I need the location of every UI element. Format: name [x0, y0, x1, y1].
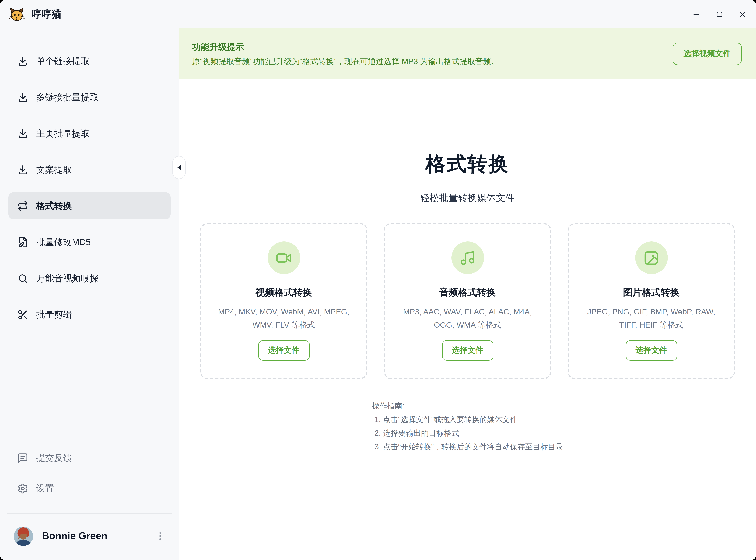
chevron-left-icon [177, 165, 181, 170]
sidebar-item-label: 单个链接提取 [36, 55, 90, 67]
banner-body: 原“视频提取音频”功能已升级为“格式转换”，现在可通过选择 MP3 为输出格式提… [192, 57, 499, 66]
sidebar-item-copy-extract[interactable]: 文案提取 [8, 156, 171, 183]
video-icon [267, 241, 300, 274]
converter-cards: 视频格式转换 MP4, MKV, MOV, WebM, AVI, MPEG, W… [179, 223, 756, 379]
user-profile[interactable]: Bonnie Green [7, 519, 172, 553]
image-convert-card: 图片格式转换 JPEG, PNG, GIF, BMP, WebP, RAW, T… [568, 223, 735, 379]
sidebar-item-label: 多链接批量提取 [36, 91, 99, 103]
card-desc: JPEG, PNG, GIF, BMP, WebP, RAW, TIFF, HE… [579, 305, 724, 331]
banner-title: 功能升级提示 [192, 41, 499, 53]
card-title: 图片格式转换 [569, 286, 734, 299]
sidebar-item-feedback[interactable]: 提交反馈 [8, 444, 171, 472]
sidebar-item-batch-modify-md5[interactable]: 批量修改MD5 [8, 228, 171, 256]
sidebar-divider [7, 514, 172, 514]
user-name: Bonnie Green [42, 530, 107, 542]
card-desc: MP3, AAC, WAV, FLAC, ALAC, M4A, OGG, WMA… [395, 305, 540, 331]
guide-step: 3. 点击“开始转换”，转换后的文件将自动保存至目标目录 [372, 440, 563, 454]
image-icon [635, 241, 668, 274]
close-icon[interactable] [735, 7, 750, 21]
file-pen-icon [17, 237, 28, 247]
page-title: 格式转换 [179, 151, 756, 177]
sidebar-item-label: 主页批量提取 [36, 127, 90, 139]
sidebar-nav: 单个链接提取 多链接批量提取 主页批量提取 [0, 47, 179, 337]
operation-guide: 操作指南: 1. 点击“选择文件”或拖入要转换的媒体文件 2. 选择要输出的目标… [372, 399, 563, 454]
download-icon [17, 164, 28, 175]
sidebar-item-batch-clip[interactable]: 批量剪辑 [8, 301, 171, 328]
title-bar: 哼哼猫 [0, 0, 756, 28]
avatar [14, 526, 33, 546]
card-title: 视频格式转换 [201, 286, 366, 299]
sidebar-item-label: 批量修改MD5 [36, 236, 91, 248]
card-title: 音频格式转换 [385, 286, 550, 299]
minimize-icon[interactable] [689, 7, 703, 21]
sidebar: 单个链接提取 多链接批量提取 主页批量提取 [0, 28, 179, 560]
app-window: 哼哼猫 [0, 0, 756, 560]
banner-text: 功能升级提示 原“视频提取音频”功能已升级为“格式转换”，现在可通过选择 MP3… [192, 41, 499, 66]
sidebar-item-settings[interactable]: 设置 [8, 475, 171, 502]
sidebar-item-label: 万能音视频嗅探 [36, 272, 99, 284]
sidebar-item-label: 提交反馈 [36, 452, 72, 464]
sidebar-item-label: 文案提取 [36, 164, 72, 176]
upgrade-banner: 功能升级提示 原“视频提取音频”功能已升级为“格式转换”，现在可通过选择 MP3… [179, 28, 756, 79]
sidebar-item-single-link-extract[interactable]: 单个链接提取 [8, 47, 171, 75]
download-icon [17, 92, 28, 103]
settings-gear-icon [17, 483, 28, 494]
app-title: 哼哼猫 [32, 7, 61, 21]
app-body: 单个链接提取 多链接批量提取 主页批量提取 [0, 28, 756, 560]
content: 格式转换 轻松批量转换媒体文件 视频格式转换 MP4, MKV, MOV, We… [179, 151, 756, 454]
kebab-menu-icon[interactable] [154, 530, 166, 542]
scissors-icon [17, 309, 28, 320]
audio-convert-card: 音频格式转换 MP3, AAC, WAV, FLAC, ALAC, M4A, O… [384, 223, 551, 379]
guide-title: 操作指南: [372, 399, 563, 413]
download-icon [17, 128, 28, 139]
sidebar-item-label: 批量剪辑 [36, 308, 72, 321]
video-convert-card: 视频格式转换 MP4, MKV, MOV, WebM, AVI, MPEG, W… [200, 223, 367, 379]
select-file-button-video[interactable]: 选择文件 [258, 340, 310, 361]
sidebar-item-label: 格式转换 [36, 200, 72, 212]
sidebar-item-format-convert[interactable]: 格式转换 [8, 192, 171, 219]
sidebar-spacer [0, 337, 179, 444]
app-logo-cat-icon [9, 6, 25, 22]
feedback-icon [17, 453, 28, 463]
guide-step: 1. 点击“选择文件”或拖入要转换的媒体文件 [372, 413, 563, 426]
search-icon [17, 273, 28, 284]
select-file-button-image[interactable]: 选择文件 [625, 340, 677, 361]
window-controls [689, 7, 750, 21]
card-desc: MP4, MKV, MOV, WebM, AVI, MPEG, WMV, FLV… [212, 305, 356, 331]
sidebar-collapse-handle[interactable] [172, 156, 186, 179]
guide-step: 2. 选择要输出的目标格式 [372, 426, 563, 440]
sidebar-item-homepage-batch-extract[interactable]: 主页批量提取 [8, 120, 171, 147]
sidebar-item-multi-link-batch-extract[interactable]: 多链接批量提取 [8, 83, 171, 111]
download-icon [17, 56, 28, 66]
main-panel: 功能升级提示 原“视频提取音频”功能已升级为“格式转换”，现在可通过选择 MP3… [179, 28, 756, 560]
select-video-file-button[interactable]: 选择视频文件 [673, 42, 742, 65]
repeat-icon [17, 200, 28, 212]
sidebar-item-universal-sniffer[interactable]: 万能音视频嗅探 [8, 265, 171, 292]
page-subtitle: 轻松批量转换媒体文件 [179, 192, 756, 204]
select-file-button-audio[interactable]: 选择文件 [442, 340, 493, 361]
music-icon [451, 241, 484, 274]
maximize-icon[interactable] [712, 7, 727, 21]
sidebar-item-label: 设置 [36, 482, 54, 494]
stage: 哼哼猫 [0, 0, 756, 560]
